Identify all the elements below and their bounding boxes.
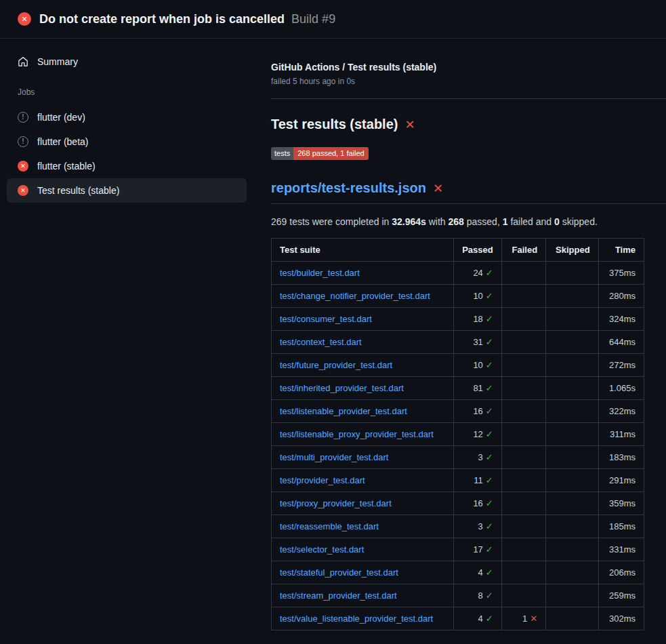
passed-cell: 3✓ (454, 515, 502, 538)
sidebar-item-flutter-beta[interactable]: ! flutter (beta) (7, 129, 247, 154)
test-suite-link[interactable]: test/proxy_provider_test.dart (280, 498, 392, 508)
table-row: test/change_notifier_provider_test.dart1… (272, 285, 644, 308)
test-suite-link[interactable]: test/consumer_test.dart (280, 314, 372, 324)
test-suite-link[interactable]: test/reassemble_test.dart (280, 521, 379, 531)
sidebar-item-flutter-dev[interactable]: ! flutter (dev) (7, 105, 247, 129)
sidebar: Summary Jobs ! flutter (dev) ! flutter (… (0, 39, 255, 203)
skipped-cell (546, 308, 599, 331)
sidebar-item-test-results-stable[interactable]: ✕ Test results (stable) (7, 178, 247, 203)
time-cell: 322ms (598, 400, 644, 423)
summary-text: failed and (508, 216, 555, 227)
neutral-status-icon: ! (18, 136, 28, 147)
report-file-link[interactable]: reports/test-results.json (271, 180, 426, 196)
passed-cell-value: 4 (478, 567, 483, 578)
passed-cell: 17✓ (454, 538, 502, 561)
passed-cell-value: 11 (474, 475, 483, 485)
skipped-cell (546, 584, 599, 607)
section-heading-text: Test results (stable) (271, 117, 398, 132)
time-cell: 206ms (598, 561, 644, 584)
table-row: test/inherited_provider_test.dart81✓1.06… (272, 377, 644, 400)
col-header-skipped: Skipped (546, 239, 599, 262)
time-cell: 259ms (598, 584, 644, 607)
report-heading: reports/test-results.json ✕ (271, 180, 666, 204)
table-row: test/context_test.dart31✓644ms (272, 331, 644, 354)
table-row: test/consumer_test.dart18✓324ms (272, 308, 644, 331)
check-icon: ✓ (486, 475, 493, 485)
test-suite-link[interactable]: test/listenable_provider_test.dart (280, 406, 407, 416)
test-suite-link[interactable]: test/stateful_provider_test.dart (280, 567, 398, 578)
page-layout: Summary Jobs ! flutter (dev) ! flutter (… (0, 39, 666, 630)
sidebar-item-label: Test results (stable) (37, 185, 119, 196)
sidebar-item-flutter-stable[interactable]: ✕ flutter (stable) (7, 154, 247, 178)
failed-cell (501, 285, 545, 308)
suite-cell: test/multi_provider_test.dart (272, 446, 454, 469)
skipped-cell (546, 607, 599, 630)
check-icon: ✓ (486, 452, 493, 462)
check-icon: ✓ (486, 544, 493, 555)
passed-cell: 10✓ (454, 285, 502, 308)
passed-cell: 4✓ (454, 607, 502, 630)
test-suite-link[interactable]: test/builder_test.dart (280, 268, 360, 278)
col-header-failed: Failed (501, 239, 545, 262)
time-cell: 375ms (598, 262, 644, 285)
test-suite-link[interactable]: test/context_test.dart (280, 337, 362, 347)
table-row: test/listenable_proxy_provider_test.dart… (272, 423, 644, 446)
passed-cell: 24✓ (454, 262, 502, 285)
time-cell: 183ms (598, 446, 644, 469)
time-cell: 331ms (598, 538, 644, 561)
failed-count: 1 (503, 216, 508, 227)
test-suite-link[interactable]: test/future_provider_test.dart (280, 360, 392, 370)
failed-cell (501, 308, 545, 331)
passed-cell-value: 8 (478, 590, 483, 601)
failed-cell (501, 446, 545, 469)
failed-x-icon: ✕ (404, 119, 415, 131)
summary-text: 269 tests were completed in (271, 216, 392, 227)
test-suite-link[interactable]: test/inherited_provider_test.dart (280, 383, 404, 393)
failed-x-icon: ✕ (433, 182, 443, 195)
x-circle-icon: ✕ (18, 185, 28, 196)
test-suite-link[interactable]: test/stream_provider_test.dart (280, 590, 397, 601)
passed-cell-value: 31 (473, 337, 482, 347)
test-suite-link[interactable]: test/selector_test.dart (280, 544, 364, 555)
skipped-count: 0 (554, 216, 560, 227)
passed-cell: 31✓ (454, 331, 502, 354)
test-suite-link[interactable]: test/listenable_proxy_provider_test.dart (280, 429, 434, 439)
test-suite-link[interactable]: test/provider_test.dart (280, 475, 365, 485)
col-header-time: Time (598, 239, 644, 262)
time-cell: 359ms (598, 492, 644, 515)
suite-cell: test/proxy_provider_test.dart (272, 492, 454, 515)
passed-cell: 12✓ (454, 423, 502, 446)
check-icon: ✓ (486, 383, 493, 393)
passed-cell-value: 18 (473, 314, 482, 324)
suite-cell: test/stateful_provider_test.dart (272, 561, 454, 584)
passed-cell: 18✓ (454, 308, 502, 331)
sidebar-item-label: flutter (dev) (37, 112, 85, 123)
test-suite-link[interactable]: test/multi_provider_test.dart (280, 452, 388, 462)
passed-cell: 16✓ (454, 400, 502, 423)
suite-cell: test/listenable_proxy_provider_test.dart (272, 423, 454, 446)
passed-cell-value: 12 (473, 429, 482, 439)
test-suite-link[interactable]: test/value_listenable_provider_test.dart (280, 613, 433, 624)
skipped-cell (546, 377, 599, 400)
check-run-header: ✕ Do not create report when job is cance… (0, 0, 666, 39)
main-content: GitHub Actions / Test results (stable) f… (255, 39, 666, 630)
failed-cell (501, 469, 545, 492)
passed-cell-value: 3 (478, 521, 483, 531)
failed-cell (501, 515, 545, 538)
x-circle-icon: ✕ (18, 161, 28, 172)
failed-cell (501, 423, 545, 446)
skipped-cell (546, 285, 599, 308)
table-row: test/value_listenable_provider_test.dart… (272, 607, 644, 630)
time-cell: 644ms (598, 331, 644, 354)
time-cell: 1.065s (598, 377, 644, 400)
failed-cell (501, 354, 545, 377)
test-suite-link[interactable]: test/change_notifier_provider_test.dart (280, 291, 430, 301)
time-cell: 272ms (598, 354, 644, 377)
passed-cell: 8✓ (454, 584, 502, 607)
section-heading: Test results (stable) ✕ (271, 117, 644, 132)
check-icon: ✓ (486, 567, 493, 578)
sidebar-item-summary[interactable]: Summary (7, 49, 247, 74)
failed-cell (501, 538, 545, 561)
suite-cell: test/context_test.dart (272, 331, 454, 354)
table-row: test/builder_test.dart24✓375ms (272, 262, 644, 285)
